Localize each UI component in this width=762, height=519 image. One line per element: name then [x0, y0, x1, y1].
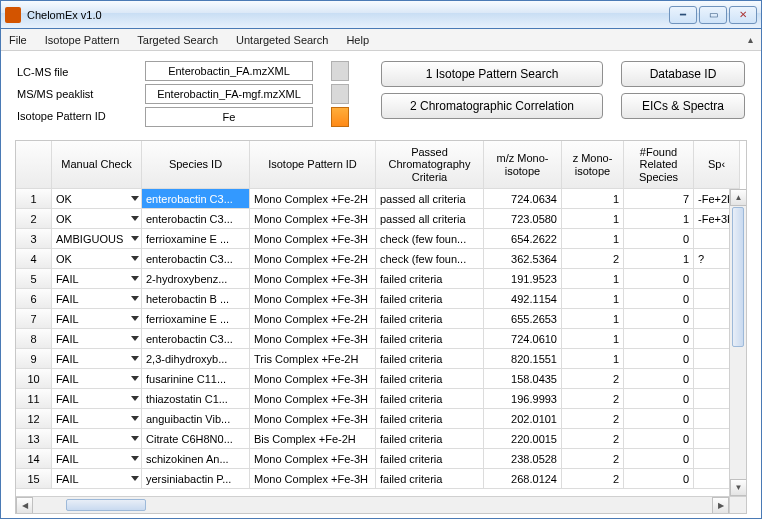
dropdown-arrow-icon[interactable]: [131, 336, 139, 341]
column-header-criteria[interactable]: Passed Chromatography Criteria: [376, 141, 484, 189]
found-cell[interactable]: 0: [624, 469, 694, 489]
species-id-cell[interactable]: 2,3-dihydroxyb...: [142, 349, 250, 369]
species-id-cell[interactable]: enterobactin C3...: [142, 249, 250, 269]
found-cell[interactable]: 1: [624, 249, 694, 269]
dropdown-arrow-icon[interactable]: [131, 436, 139, 441]
isotope-pattern-cell[interactable]: Mono Complex +Fe-3H: [250, 329, 376, 349]
dropdown-arrow-icon[interactable]: [131, 236, 139, 241]
found-cell[interactable]: 0: [624, 229, 694, 249]
column-header-z[interactable]: z Mono-isotope: [562, 141, 624, 189]
z-cell[interactable]: 1: [562, 309, 624, 329]
manual-check-cell[interactable]: FAIL: [52, 369, 142, 389]
manual-check-cell[interactable]: OK: [52, 189, 142, 209]
dropdown-arrow-icon[interactable]: [131, 396, 139, 401]
dropdown-arrow-icon[interactable]: [131, 216, 139, 221]
found-cell[interactable]: 0: [624, 269, 694, 289]
row-number[interactable]: 12: [16, 409, 52, 429]
eics-spectra-button[interactable]: EICs & Spectra: [621, 93, 745, 119]
isotope-pattern-cell[interactable]: Mono Complex +Fe-3H: [250, 369, 376, 389]
mz-cell[interactable]: 820.1551: [484, 349, 562, 369]
horizontal-scrollbar[interactable]: ◀ ▶: [16, 496, 729, 513]
z-cell[interactable]: 2: [562, 249, 624, 269]
mz-cell[interactable]: 191.9523: [484, 269, 562, 289]
column-header-mz[interactable]: m/z Mono-isotope: [484, 141, 562, 189]
mz-cell[interactable]: 202.0101: [484, 409, 562, 429]
row-number[interactable]: 3: [16, 229, 52, 249]
column-header-manual[interactable]: Manual Check: [52, 141, 142, 189]
row-number[interactable]: 1: [16, 189, 52, 209]
species-id-cell[interactable]: heterobactin B ...: [142, 289, 250, 309]
isotope-pattern-cell[interactable]: Mono Complex +Fe-3H: [250, 449, 376, 469]
mz-cell[interactable]: 723.0580: [484, 209, 562, 229]
criteria-cell[interactable]: passed all criteria: [376, 209, 484, 229]
menu-targeted-search[interactable]: Targeted Search: [137, 34, 218, 46]
column-header-rownum[interactable]: [16, 141, 52, 189]
isotope-pattern-cell[interactable]: Bis Complex +Fe-2H: [250, 429, 376, 449]
z-cell[interactable]: 1: [562, 349, 624, 369]
species-id-cell[interactable]: 2-hydroxybenz...: [142, 269, 250, 289]
isotope-pattern-cell[interactable]: Mono Complex +Fe-3H: [250, 409, 376, 429]
browse-lcms-button[interactable]: [331, 61, 349, 81]
found-cell[interactable]: 0: [624, 289, 694, 309]
found-cell[interactable]: 0: [624, 369, 694, 389]
vertical-scroll-thumb[interactable]: [732, 207, 744, 347]
found-cell[interactable]: 1: [624, 209, 694, 229]
species-id-cell[interactable]: Citrate C6H8N0...: [142, 429, 250, 449]
dropdown-arrow-icon[interactable]: [131, 376, 139, 381]
criteria-cell[interactable]: failed criteria: [376, 469, 484, 489]
menu-untargeted-search[interactable]: Untargeted Search: [236, 34, 328, 46]
criteria-cell[interactable]: failed criteria: [376, 409, 484, 429]
criteria-cell[interactable]: failed criteria: [376, 269, 484, 289]
found-cell[interactable]: 0: [624, 329, 694, 349]
vertical-scrollbar[interactable]: ▲ ▼: [729, 189, 746, 496]
manual-check-cell[interactable]: FAIL: [52, 289, 142, 309]
horizontal-scroll-thumb[interactable]: [66, 499, 146, 511]
z-cell[interactable]: 2: [562, 409, 624, 429]
browse-msms-button[interactable]: [331, 84, 349, 104]
found-cell[interactable]: 0: [624, 429, 694, 449]
found-cell[interactable]: 0: [624, 409, 694, 429]
mz-cell[interactable]: 655.2653: [484, 309, 562, 329]
species-id-cell[interactable]: fusarinine C11...: [142, 369, 250, 389]
row-number[interactable]: 14: [16, 449, 52, 469]
mz-cell[interactable]: 724.0634: [484, 189, 562, 209]
manual-check-cell[interactable]: OK: [52, 249, 142, 269]
dropdown-arrow-icon[interactable]: [131, 416, 139, 421]
found-cell[interactable]: 0: [624, 309, 694, 329]
column-header-species[interactable]: Species ID: [142, 141, 250, 189]
z-cell[interactable]: 2: [562, 389, 624, 409]
manual-check-cell[interactable]: AMBIGUOUS: [52, 229, 142, 249]
species-id-cell[interactable]: schizokinen An...: [142, 449, 250, 469]
criteria-cell[interactable]: passed all criteria: [376, 189, 484, 209]
row-number[interactable]: 15: [16, 469, 52, 489]
isotope-pattern-cell[interactable]: Mono Complex +Fe-2H: [250, 249, 376, 269]
found-cell[interactable]: 0: [624, 389, 694, 409]
msms-peaklist-input[interactable]: Enterobactin_FA-mgf.mzXML: [145, 84, 313, 104]
mz-cell[interactable]: 654.2622: [484, 229, 562, 249]
mz-cell[interactable]: 220.0015: [484, 429, 562, 449]
criteria-cell[interactable]: failed criteria: [376, 449, 484, 469]
species-id-cell[interactable]: yersiniabactin P...: [142, 469, 250, 489]
maximize-button[interactable]: ▭: [699, 6, 727, 24]
isotope-pattern-cell[interactable]: Mono Complex +Fe-3H: [250, 229, 376, 249]
criteria-cell[interactable]: check (few foun...: [376, 249, 484, 269]
row-number[interactable]: 11: [16, 389, 52, 409]
row-number[interactable]: 4: [16, 249, 52, 269]
manual-check-cell[interactable]: OK: [52, 209, 142, 229]
close-button[interactable]: ✕: [729, 6, 757, 24]
dropdown-arrow-icon[interactable]: [131, 476, 139, 481]
scroll-down-button[interactable]: ▼: [730, 479, 747, 496]
row-number[interactable]: 2: [16, 209, 52, 229]
isotope-pattern-cell[interactable]: Mono Complex +Fe-3H: [250, 289, 376, 309]
isotope-pattern-cell[interactable]: Mono Complex +Fe-3H: [250, 389, 376, 409]
z-cell[interactable]: 2: [562, 369, 624, 389]
isotope-pattern-id-input[interactable]: Fe: [145, 107, 313, 127]
criteria-cell[interactable]: failed criteria: [376, 349, 484, 369]
criteria-cell[interactable]: failed criteria: [376, 289, 484, 309]
species-id-cell[interactable]: anguibactin Vib...: [142, 409, 250, 429]
criteria-cell[interactable]: failed criteria: [376, 389, 484, 409]
z-cell[interactable]: 2: [562, 429, 624, 449]
z-cell[interactable]: 2: [562, 449, 624, 469]
manual-check-cell[interactable]: FAIL: [52, 349, 142, 369]
criteria-cell[interactable]: failed criteria: [376, 309, 484, 329]
